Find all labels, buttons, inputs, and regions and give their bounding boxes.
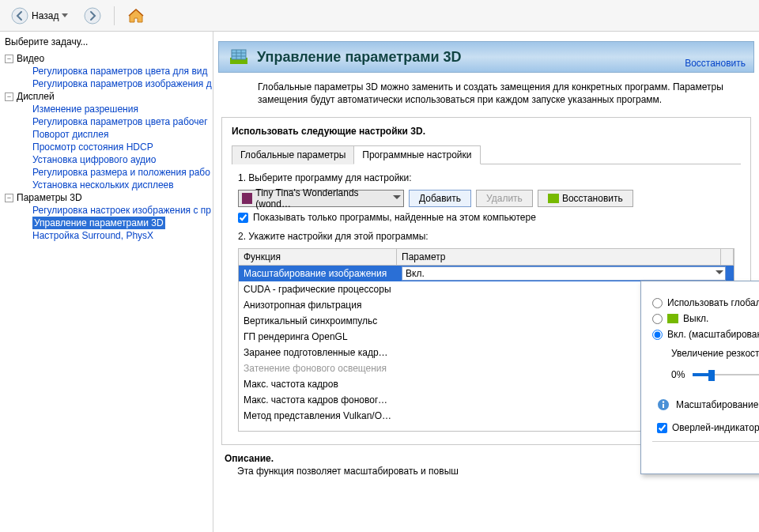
svg-point-10 bbox=[663, 401, 664, 402]
task-tree: −Видео Регулировка параметров цвета для … bbox=[5, 52, 213, 242]
tree-category-display[interactable]: Дисплей bbox=[17, 90, 55, 103]
program-select[interactable]: Tiny Tina's Wonderlands (wond… bbox=[238, 190, 404, 207]
back-label: Назад bbox=[32, 10, 59, 21]
nvidia-badge-icon bbox=[667, 314, 678, 323]
sharpening-label: Увеличение резкости: bbox=[671, 348, 759, 359]
collapse-icon[interactable]: − bbox=[5, 92, 13, 101]
page-description: Глобальные параметры 3D можно заменить и… bbox=[218, 81, 754, 106]
tree-item[interactable]: Изменение разрешения bbox=[32, 103, 138, 115]
tree-item[interactable]: Установка нескольких дисплеев bbox=[32, 179, 174, 191]
group-title: Использовать следующие настройки 3D. bbox=[232, 126, 741, 137]
tree-category-video[interactable]: Видео bbox=[17, 52, 44, 65]
tree-item[interactable]: Установка цифрового аудио bbox=[32, 153, 156, 166]
func-cell: Макс. частота кадров bbox=[239, 379, 397, 390]
func-cell: Затенение фонового освещения bbox=[239, 363, 397, 374]
task-header: Выберите задачу... bbox=[5, 36, 213, 52]
func-cell: Макс. частота кадров фонового прило... bbox=[239, 394, 397, 406]
info-text: Масштабирование разрешения включено bbox=[676, 399, 759, 410]
tab-global[interactable]: Глобальные параметры bbox=[232, 145, 354, 164]
overlay-indicator-label: Оверлей-индикатор bbox=[672, 422, 759, 433]
show-only-installed-checkbox[interactable] bbox=[238, 213, 248, 223]
table-row[interactable]: Масштабирование изображенияВкл. bbox=[239, 266, 734, 281]
restore-defaults-link[interactable]: Восстановить bbox=[685, 58, 746, 69]
program-select-value: Tiny Tina's Wonderlands (wond… bbox=[255, 187, 389, 209]
page-title: Управление параметрами 3D bbox=[257, 49, 462, 66]
step2-label: 2. Укажите настройки для этой программы: bbox=[238, 231, 741, 242]
svg-point-1 bbox=[85, 8, 100, 24]
tree-item[interactable]: Поворот дисплея bbox=[32, 128, 109, 141]
tree-item[interactable]: Регулировка размера и положения рабо bbox=[32, 166, 210, 179]
scroll-header bbox=[721, 249, 734, 265]
collapse-icon[interactable]: − bbox=[5, 194, 13, 202]
tree-item[interactable]: Регулировка настроек изображения с пр bbox=[32, 204, 211, 217]
tree-item[interactable]: Регулировка параметров цвета для вид bbox=[32, 65, 207, 77]
radio-on[interactable] bbox=[652, 330, 663, 340]
remove-button[interactable]: Удалить bbox=[476, 190, 533, 207]
slider-min-label: 0% bbox=[671, 369, 685, 380]
col-function[interactable]: Функция bbox=[239, 249, 397, 265]
nvidia-badge-icon bbox=[548, 194, 559, 203]
tabstrip: Глобальные параметры Программные настрой… bbox=[232, 145, 741, 164]
separator bbox=[114, 6, 115, 25]
radio-off-label: Выкл. bbox=[683, 313, 708, 324]
nvidia-3d-icon bbox=[227, 45, 251, 69]
func-cell: ГП рендеринга OpenGL bbox=[239, 331, 397, 342]
func-cell: Метод представления Vulkan/OpenGL bbox=[239, 410, 397, 421]
svg-rect-3 bbox=[232, 50, 246, 59]
tree-item-selected[interactable]: Управление параметрами 3D bbox=[32, 217, 165, 229]
home-icon bbox=[127, 7, 145, 25]
table-header: Функция Параметр bbox=[239, 249, 734, 266]
chevron-down-icon bbox=[393, 195, 401, 200]
sidebar: Выберите задачу... −Видео Регулировка па… bbox=[0, 32, 213, 532]
restore-button[interactable]: Восстановить bbox=[538, 190, 633, 207]
radio-off[interactable] bbox=[652, 314, 663, 324]
tree-category-3d[interactable]: Параметры 3D bbox=[17, 191, 82, 204]
func-cell: Вертикальный синхроимпульс bbox=[239, 315, 397, 326]
tree-item[interactable]: Регулировка параметров изображения д bbox=[32, 77, 212, 90]
param-cell: Вкл. bbox=[397, 266, 734, 281]
forward-button[interactable] bbox=[79, 4, 106, 28]
chevron-down-icon bbox=[716, 270, 723, 275]
svg-rect-9 bbox=[663, 404, 664, 408]
chevron-down-icon bbox=[62, 13, 68, 18]
home-button[interactable] bbox=[123, 4, 149, 28]
radio-on-label: Вкл. (масштабирование и увеличение резко… bbox=[667, 329, 759, 340]
content-area: Управление параметрами 3D Восстановить Г… bbox=[213, 32, 759, 532]
collapse-icon[interactable]: − bbox=[5, 55, 13, 63]
func-cell: CUDA - графические процессоры bbox=[239, 284, 397, 295]
tree-item[interactable]: Настройка Surround, PhysX bbox=[32, 229, 153, 242]
step1-label: 1. Выберите программу для настройки: bbox=[238, 172, 741, 183]
popup-footer: OK Отмена bbox=[652, 441, 759, 466]
func-cell: Анизотропная фильтрация bbox=[239, 300, 397, 311]
param-dropdown[interactable]: Вкл. bbox=[402, 266, 726, 281]
radio-use-global[interactable] bbox=[652, 298, 663, 308]
add-button[interactable]: Добавить bbox=[409, 190, 471, 207]
sharpening-slider[interactable] bbox=[693, 367, 759, 383]
radio-use-global-label: Использовать глобальный параметр (Выкл.) bbox=[667, 297, 759, 308]
overlay-indicator-checkbox[interactable] bbox=[657, 423, 667, 433]
func-cell: Масштабирование изображения bbox=[239, 268, 397, 279]
show-only-installed-label: Показывать только программы, найденные н… bbox=[253, 212, 536, 223]
tab-program[interactable]: Программные настройки bbox=[353, 145, 480, 164]
func-cell: Заранее подготовленные кадры вирту... bbox=[239, 347, 397, 358]
page-banner: Управление параметрами 3D Восстановить bbox=[218, 41, 754, 73]
program-icon bbox=[242, 193, 252, 204]
tree-item[interactable]: Регулировка параметров цвета рабочег bbox=[32, 115, 208, 128]
svg-point-0 bbox=[12, 8, 28, 24]
back-button[interactable]: Назад bbox=[6, 4, 73, 28]
toolbar: Назад bbox=[0, 0, 759, 32]
info-icon bbox=[657, 398, 670, 411]
col-parameter[interactable]: Параметр bbox=[397, 249, 721, 265]
scaling-popup: Использовать глобальный параметр (Выкл.)… bbox=[640, 281, 759, 474]
tree-item[interactable]: Просмотр состояния HDCP bbox=[32, 141, 153, 153]
